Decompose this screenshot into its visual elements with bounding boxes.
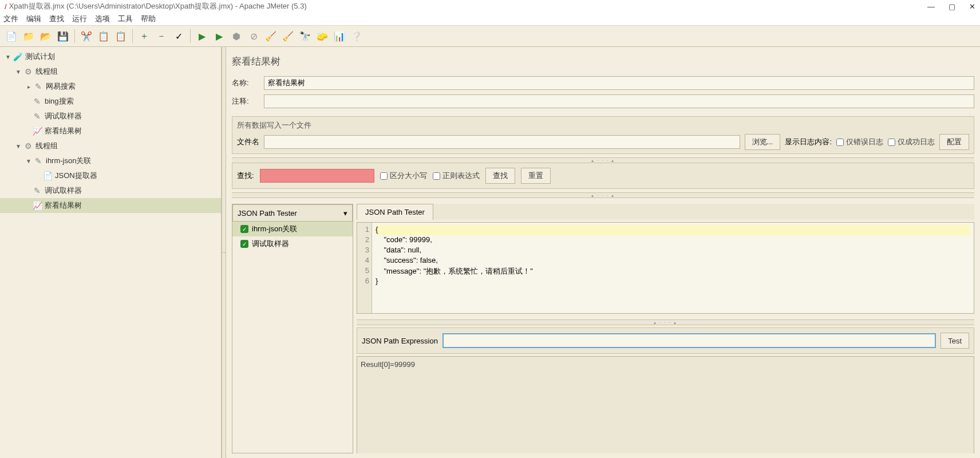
result-items: ✓ihrm-json关联 ✓调试取样器 [232,222,353,453]
toolbar: 📄 📁 📂 💾 ✂️ 📋 📋 ＋ － ✓ ▶ ▶ ⬢ ⊘ 🧹 🧹 🔭 🧽 📊 ❔ [0,25,980,47]
file-row: 文件名 浏览... 显示日志内容: 仅错误日志 仅成功日志 配置 [237,134,969,150]
function-icon[interactable]: 📊 [333,29,346,43]
tree-test-plan[interactable]: ▼🧪测试计划 [0,49,221,64]
renderer-dropdown[interactable]: JSON Path Tester▾ [232,204,353,222]
menu-options[interactable]: 选项 [95,14,110,24]
tree-thread-group-2[interactable]: ▼⚙线程组 [0,139,221,153]
show-log-label: 显示日志内容: [785,137,832,147]
regex-checkbox[interactable]: 正则表达式 [433,171,480,181]
tree-json-extractor[interactable]: 📄JSON提取器 [0,168,221,183]
menu-search[interactable]: 查找 [49,14,64,24]
tree-item[interactable]: 📈察看结果树 [0,124,221,139]
splitter-grip[interactable]: ▴ · · · ▴ [232,192,974,198]
name-input[interactable] [264,76,974,90]
toggle-icon[interactable]: ✓ [172,29,185,43]
clear-icon[interactable]: 🧹 [264,29,278,43]
window-title: Xpath提取器.jmx (C:\Users\Administrator\Des… [9,1,307,11]
config-button[interactable]: 配置 [939,134,969,150]
separator [190,29,191,43]
tree-item[interactable]: ✎bing搜索 [0,94,221,109]
splitter-grip[interactable]: ▴ · · · ▴ [232,157,974,163]
clear-all-icon[interactable]: 🧹 [281,29,295,43]
tree-thread-group-1[interactable]: ▼⚙线程组 [0,64,221,79]
section-title: 所有数据写入一个文件 [237,120,969,131]
code-line: "success": false, [376,256,970,266]
search-input[interactable] [260,169,374,183]
chevron-down-icon: ▾ [343,209,347,218]
tree-item[interactable]: ✎调试取样器 [0,109,221,124]
search-button[interactable]: 查找 [485,168,515,184]
expression-label: JSON Path Expression [362,337,438,345]
menu-help[interactable]: 帮助 [141,14,156,24]
menu-edit[interactable]: 编辑 [26,14,41,24]
menu-run[interactable]: 运行 [72,14,87,24]
separator [74,29,75,43]
comment-row: 注释: [232,94,974,108]
minimize-button[interactable]: — [927,2,935,11]
vertical-splitter[interactable]: ⋮ [222,47,226,458]
start-no-pause-icon[interactable]: ▶ [212,29,226,43]
code-line: } [376,277,970,287]
detail-stack: JSON Path Tester 123456 { "code": 99999,… [357,204,974,453]
paste-icon[interactable]: 📋 [114,29,128,43]
case-checkbox[interactable]: 区分大小写 [380,171,427,181]
splitter-grip[interactable]: ▴ · · · ▴ [357,319,974,325]
code-line: "data": null, [376,246,970,256]
search-label: 查找: [237,171,254,181]
copy-icon[interactable]: 📋 [97,29,110,43]
close-button[interactable]: ✕ [969,2,975,11]
reset-search-icon[interactable]: 🧽 [315,29,329,43]
line-gutter: 123456 [357,223,372,313]
success-icon: ✓ [240,225,248,233]
tree-view-results-tree[interactable]: 📈察看结果树 [0,198,221,213]
tree-item[interactable]: ✎调试取样器 [0,183,221,198]
add-icon[interactable]: ＋ [137,29,151,43]
page-title: 察看结果树 [232,55,974,68]
stop-icon[interactable]: ⬢ [230,29,243,43]
shutdown-icon[interactable]: ⊘ [247,29,260,43]
result-box: Result[0]=99999 [357,356,974,453]
cut-icon[interactable]: ✂️ [80,29,93,43]
menu-file[interactable]: 文件 [3,14,18,24]
result-list: JSON Path Tester▾ ✓ihrm-json关联 ✓调试取样器 [232,204,353,453]
only-success-checkbox[interactable]: 仅成功日志 [888,137,935,147]
expression-row: JSON Path Expression Test [357,327,974,354]
content-pane: 察看结果树 名称: 注释: 所有数据写入一个文件 文件名 浏览... 显示日志内… [226,47,980,458]
browse-button[interactable]: 浏览... [745,134,781,150]
app-icon: / [5,2,7,11]
file-section: 所有数据写入一个文件 文件名 浏览... 显示日志内容: 仅错误日志 仅成功日志… [232,116,974,154]
separator [132,29,133,43]
code-line: { [376,225,970,235]
menu-tools[interactable]: 工具 [118,14,133,24]
tree-ihrm-json[interactable]: ▼✎ihrm-json关联 [0,153,221,168]
main: ▼🧪测试计划 ▼⚙线程组 ▸✎网易搜索 ✎bing搜索 ✎调试取样器 📈察看结果… [0,47,980,458]
reset-button[interactable]: 重置 [521,168,551,184]
filename-input[interactable] [264,135,740,149]
maximize-button[interactable]: ▢ [949,2,955,11]
test-button[interactable]: Test [941,333,969,349]
result-item[interactable]: ✓ihrm-json关联 [232,222,353,236]
response-code[interactable]: 123456 { "code": 99999, "data": null, "s… [357,222,974,314]
results-area: JSON Path Tester▾ ✓ihrm-json关联 ✓调试取样器 JS… [232,204,974,453]
tab-header: JSON Path Tester [357,204,974,220]
only-error-checkbox[interactable]: 仅错误日志 [836,137,883,147]
expression-input[interactable] [442,333,936,348]
code-line: "message": "抱歉，系统繁忙，请稍后重试！" [376,266,970,277]
save-icon[interactable]: 💾 [56,29,70,43]
new-icon[interactable]: 📄 [5,29,18,43]
find-icon[interactable]: 🔭 [298,29,312,43]
tab-json-path-tester[interactable]: JSON Path Tester [357,204,433,220]
name-label: 名称: [232,78,264,88]
filename-label: 文件名 [237,137,259,147]
remove-icon[interactable]: － [155,29,168,43]
tree-item[interactable]: ▸✎网易搜索 [0,79,221,94]
result-item[interactable]: ✓调试取样器 [232,236,353,251]
help-icon[interactable]: ❔ [350,29,363,43]
open-icon[interactable]: 📂 [39,29,53,43]
templates-icon[interactable]: 📁 [22,29,35,43]
start-icon[interactable]: ▶ [195,29,209,43]
tree-pane[interactable]: ▼🧪测试计划 ▼⚙线程组 ▸✎网易搜索 ✎bing搜索 ✎调试取样器 📈察看结果… [0,47,222,458]
search-row: 查找: 区分大小写 正则表达式 查找 重置 [232,163,974,189]
window-controls: — ▢ ✕ [927,2,975,11]
comment-input[interactable] [264,94,974,108]
